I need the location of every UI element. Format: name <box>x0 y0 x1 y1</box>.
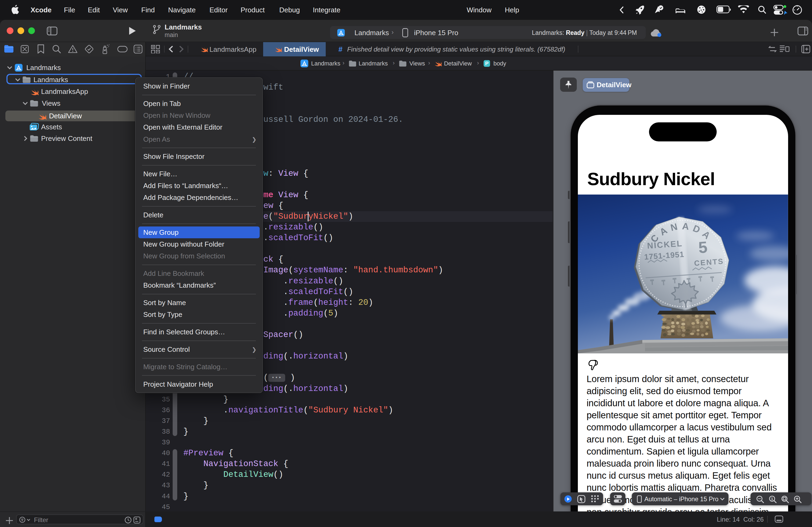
svg-text:1: 1 <box>771 496 773 501</box>
